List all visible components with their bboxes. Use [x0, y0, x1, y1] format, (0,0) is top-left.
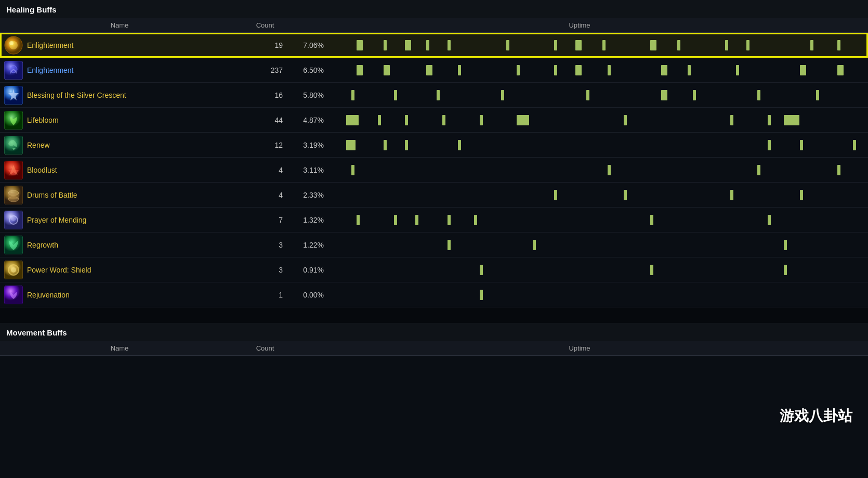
bar-tick [575, 65, 582, 75]
spell-name-renew: Renew [27, 141, 50, 149]
bar-tick [357, 40, 363, 50]
svg-point-2 [9, 41, 14, 45]
table-row[interactable]: Rejuvenation10.00% [0, 282, 868, 307]
bar-tick [442, 115, 445, 125]
name-cell-lifebloom: Lifebloom [0, 109, 239, 132]
uptime-bars-drums-of-battle [330, 186, 864, 204]
spell-name-blessing-silver-crescent: Blessing of the Silver Crescent [27, 91, 126, 99]
table-row[interactable]: Enlightenment197.06% [0, 33, 868, 58]
bar-tick [458, 140, 461, 150]
bar-tick [650, 265, 653, 275]
table-row[interactable]: Enlightenment2376.50% [0, 58, 868, 83]
uptime-cell-drums-of-battle: 2.33% [291, 186, 868, 204]
healing-buffs-section: Healing Buffs Name Count Uptime Enlighte… [0, 0, 868, 307]
bar-tick [837, 165, 840, 175]
bar-tick [501, 90, 504, 100]
movement-buffs-section: Movement Buffs Name Count Uptime [0, 323, 868, 356]
spell-name-rejuvenation: Rejuvenation [27, 291, 70, 299]
bar-tick [384, 40, 387, 50]
bar-tick [661, 90, 667, 100]
watermark: 游戏八卦站 [780, 406, 852, 426]
uptime-bars-regrowth [330, 236, 864, 254]
name-cell-regrowth: Regrowth [0, 234, 239, 256]
bar-tick [784, 265, 787, 275]
name-cell-enlightenment-2: Enlightenment [0, 59, 239, 82]
uptime-pct-enlightenment-1: 7.06% [295, 41, 324, 49]
bar-tick [448, 215, 451, 225]
bar-tick [853, 140, 856, 150]
bar-tick [480, 290, 483, 300]
bar-tick [415, 215, 418, 225]
mv-header-uptime: Uptime [291, 344, 868, 352]
bar-tick [426, 65, 432, 75]
table-row[interactable]: Lifebloom444.87% [0, 108, 868, 133]
bar-tick [480, 115, 483, 125]
table-row[interactable]: Blessing of the Silver Crescent165.80% [0, 83, 868, 108]
spell-icon-prayer-of-mending [4, 211, 23, 229]
table-row[interactable]: Regrowth31.22% [0, 232, 868, 257]
bar-tick [837, 40, 840, 50]
bar-tick [384, 65, 390, 75]
bar-tick [725, 40, 728, 50]
bar-tick [394, 90, 397, 100]
spell-icon-bloodlust [4, 161, 23, 179]
uptime-cell-lifebloom: 4.87% [291, 111, 868, 130]
name-cell-prayer-of-mending: Prayer of Mending [0, 209, 239, 231]
bar-tick [688, 65, 691, 75]
count-cell-regrowth: 3 [239, 241, 291, 249]
uptime-bars-blessing-silver-crescent [330, 86, 864, 105]
bar-tick [405, 115, 408, 125]
uptime-cell-rejuvenation: 0.00% [291, 286, 868, 304]
count-cell-prayer-of-mending: 7 [239, 216, 291, 224]
table-row[interactable]: Power Word: Shield30.91% [0, 257, 868, 282]
table-row[interactable]: Renew123.19% [0, 133, 868, 158]
name-cell-drums-of-battle: Drums of Battle [0, 184, 239, 206]
spell-name-regrowth: Regrowth [27, 241, 58, 249]
uptime-pct-rejuvenation: 0.00% [295, 291, 324, 299]
name-cell-rejuvenation: Rejuvenation [0, 283, 239, 306]
spell-icon-blessing-silver-crescent [4, 86, 23, 105]
bar-tick [575, 40, 582, 50]
bar-tick [351, 90, 354, 100]
bar-tick [837, 65, 844, 75]
healing-buffs-title: Healing Buffs [0, 0, 868, 18]
bar-tick [533, 240, 536, 250]
uptime-bars-prayer-of-mending [330, 211, 864, 229]
uptime-cell-regrowth: 1.22% [291, 236, 868, 254]
spell-icon-lifebloom [4, 111, 23, 130]
count-cell-enlightenment-2: 237 [239, 66, 291, 74]
bar-tick [517, 115, 529, 125]
spell-icon-drums-of-battle [4, 186, 23, 204]
table-row[interactable]: Prayer of Mending71.32% [0, 208, 868, 232]
bar-tick [586, 90, 589, 100]
bar-tick [602, 40, 606, 50]
count-cell-enlightenment-1: 19 [239, 41, 291, 49]
svg-point-12 [8, 197, 19, 202]
count-cell-drums-of-battle: 4 [239, 191, 291, 199]
movement-buffs-title: Movement Buffs [0, 323, 868, 341]
table-row[interactable]: Drums of Battle42.33% [0, 183, 868, 208]
spell-name-bloodlust: Bloodlust [27, 166, 57, 174]
header-name: Name [0, 21, 239, 29]
uptime-pct-enlightenment-2: 6.50% [295, 66, 324, 74]
bar-tick [784, 115, 799, 125]
bar-tick [677, 40, 680, 50]
uptime-pct-power-word-shield: 0.91% [295, 266, 324, 274]
bar-tick [800, 190, 803, 200]
bar-tick [554, 40, 557, 50]
bar-tick [506, 40, 509, 50]
bar-tick [730, 115, 733, 125]
bar-tick [810, 40, 813, 50]
bar-tick [736, 65, 739, 75]
spell-icon-rejuvenation [4, 286, 23, 304]
bar-tick [517, 65, 520, 75]
table-row[interactable]: Bloodlust43.11% [0, 158, 868, 183]
header-count: Count [239, 21, 291, 29]
bar-tick [480, 265, 483, 275]
bar-tick [757, 165, 760, 175]
count-cell-bloodlust: 4 [239, 166, 291, 174]
spell-name-enlightenment-2: Enlightenment [27, 66, 74, 74]
count-cell-renew: 12 [239, 141, 291, 149]
bar-tick [405, 140, 408, 150]
bar-tick [800, 140, 803, 150]
